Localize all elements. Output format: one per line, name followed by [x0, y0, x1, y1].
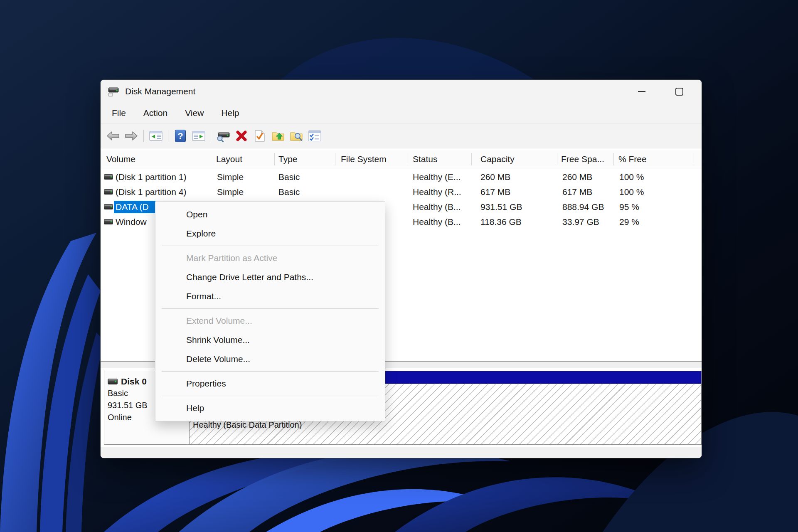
cell-pct-free: 100 % [619, 172, 644, 182]
table-row[interactable]: (Disk 1 partition 4) Simple Basic Health… [101, 185, 702, 200]
menu-separator [162, 246, 379, 246]
disk-drive-icon [108, 379, 118, 384]
cell-capacity: 617 MB [480, 187, 510, 197]
menu-bar: File Action View Help [101, 103, 702, 123]
menu-item-explore[interactable]: Explore [155, 224, 385, 243]
maximize-icon [675, 88, 683, 96]
maximize-button[interactable] [667, 83, 692, 100]
column-divider[interactable] [407, 153, 407, 165]
col-volume[interactable]: Volume [106, 154, 135, 164]
volume-list-header[interactable]: Volume Layout Type File System Status Ca… [101, 150, 702, 168]
volume-context-menu: Open Explore Mark Partition as Active Ch… [155, 201, 385, 421]
disk-drive-icon [104, 219, 113, 224]
cell-pct-free: 100 % [619, 187, 644, 197]
col-free-space[interactable]: Free Spa... [561, 154, 604, 164]
menu-item-properties[interactable]: Properties [155, 374, 385, 393]
cell-layout: Simple [217, 187, 244, 197]
menu-item-format[interactable]: Format... [155, 287, 385, 306]
mark-partition-active-button[interactable] [251, 127, 269, 145]
cell-layout: Simple [217, 172, 244, 182]
menu-view[interactable]: View [176, 103, 212, 123]
help-button[interactable]: ? [171, 127, 190, 145]
column-divider[interactable] [613, 153, 614, 165]
help-icon: ? [175, 130, 186, 142]
menu-action[interactable]: Action [135, 103, 176, 123]
menu-separator [162, 371, 379, 372]
open-folder-icon [271, 130, 285, 142]
col-type[interactable]: Type [278, 154, 298, 164]
menu-file[interactable]: File [103, 103, 135, 123]
delete-volume-icon [235, 130, 248, 142]
disk-drive-icon [104, 189, 113, 195]
explore-folder-icon [290, 130, 303, 142]
forward-icon [124, 131, 138, 141]
toolbar: ? [101, 123, 702, 148]
titlebar[interactable]: Disk Management [101, 80, 702, 103]
menu-item-change-drive-letter[interactable]: Change Drive Letter and Paths... [155, 268, 385, 287]
column-divider[interactable] [335, 153, 335, 165]
cell-type: Basic [278, 187, 300, 197]
menu-help[interactable]: Help [212, 103, 248, 123]
disk-drive-icon [104, 174, 113, 180]
cell-free-space: 33.97 GB [562, 217, 599, 227]
forward-button[interactable] [122, 127, 140, 145]
explore-volume-button[interactable] [287, 127, 305, 145]
disk-drive-icon [104, 204, 113, 209]
show-console-tree-button[interactable] [147, 127, 165, 145]
show-action-pane-icon [192, 130, 205, 142]
show-console-tree-icon [149, 130, 163, 142]
menu-separator [162, 308, 379, 309]
back-icon [106, 131, 120, 141]
column-divider[interactable] [274, 153, 275, 165]
minimize-button[interactable] [629, 83, 654, 100]
cell-volume: (Disk 1 partition 4) [116, 187, 186, 197]
col-status[interactable]: Status [413, 154, 438, 164]
disk-name: Disk 0 [121, 375, 147, 387]
checklist-icon [308, 130, 321, 142]
cell-status: Healthy (B... [413, 217, 461, 227]
cell-free-space: 617 MB [562, 187, 592, 197]
delete-volume-button[interactable] [232, 127, 251, 145]
column-divider[interactable] [213, 153, 213, 165]
rescan-disks-icon [216, 130, 230, 142]
menu-item-delete-volume[interactable]: Delete Volume... [155, 350, 385, 369]
toolbar-separator [143, 130, 144, 142]
cell-type: Basic [278, 172, 300, 182]
cell-free-space: 260 MB [562, 172, 592, 182]
cell-pct-free: 29 % [619, 217, 639, 227]
cell-capacity: 118.36 GB [480, 217, 522, 227]
col-layout[interactable]: Layout [216, 154, 242, 164]
menu-item-extend-volume: Extend Volume... [155, 311, 385, 330]
menu-item-shrink-volume[interactable]: Shrink Volume... [155, 330, 385, 350]
show-action-pane-button[interactable] [190, 127, 208, 145]
col-file-system[interactable]: File System [341, 154, 387, 164]
col-pct-free[interactable]: % Free [618, 154, 647, 164]
menu-item-mark-partition-active: Mark Partition as Active [155, 249, 385, 268]
cell-volume: DATA (D [116, 202, 149, 212]
open-volume-button[interactable] [269, 127, 287, 145]
toolbar-separator [168, 130, 168, 142]
desktop: Disk Management File Action View Help [0, 0, 798, 532]
table-row[interactable]: (Disk 1 partition 1) Simple Basic Health… [101, 170, 702, 185]
col-capacity[interactable]: Capacity [480, 154, 515, 164]
svg-text:?: ? [177, 131, 183, 141]
rescan-disks-button[interactable] [214, 127, 232, 145]
menu-separator [162, 396, 379, 396]
menu-item-help[interactable]: Help [155, 399, 385, 418]
cell-volume: (Disk 1 partition 1) [116, 172, 186, 182]
disk-drive-icon [107, 86, 120, 97]
column-divider[interactable] [694, 153, 694, 165]
column-divider[interactable] [557, 153, 557, 165]
menu-item-open[interactable]: Open [155, 205, 385, 224]
back-button[interactable] [104, 127, 122, 145]
cell-status: Healthy (E... [413, 172, 461, 182]
toolbar-separator [211, 130, 211, 142]
minimize-icon [638, 91, 645, 92]
column-divider[interactable] [471, 153, 472, 165]
cell-volume: Window [116, 217, 147, 227]
mark-partition-active-icon [254, 130, 265, 142]
cell-status: Healthy (R... [413, 187, 461, 197]
properties-list-button[interactable] [305, 127, 324, 145]
cell-capacity: 931.51 GB [480, 202, 522, 212]
window-title: Disk Management [125, 86, 195, 96]
